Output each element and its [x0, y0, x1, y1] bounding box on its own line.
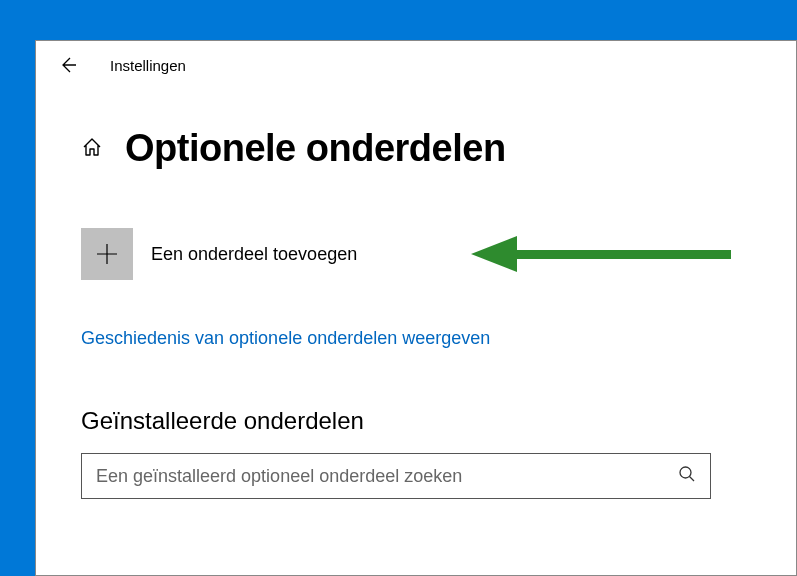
- titlebar: Instellingen: [36, 41, 796, 89]
- plus-icon: [94, 241, 120, 267]
- annotation-arrow-icon: [471, 234, 731, 274]
- search-icon: [678, 465, 696, 487]
- add-feature-label: Een onderdeel toevoegen: [151, 244, 357, 265]
- svg-point-2: [680, 467, 691, 478]
- page-header: Optionele onderdelen: [36, 127, 796, 170]
- svg-line-3: [690, 477, 695, 482]
- svg-rect-0: [511, 250, 731, 259]
- search-box[interactable]: [81, 453, 711, 499]
- history-link[interactable]: Geschiedenis van optionele onderdelen we…: [81, 328, 490, 349]
- back-button[interactable]: [56, 53, 80, 77]
- home-icon[interactable]: [81, 136, 103, 162]
- svg-marker-1: [471, 236, 517, 272]
- app-title: Instellingen: [110, 57, 186, 74]
- settings-window: Instellingen Optionele onderdelen Een on…: [35, 40, 797, 576]
- add-feature-button[interactable]: [81, 228, 133, 280]
- page-title: Optionele onderdelen: [125, 127, 506, 170]
- installed-section-title: Geïnstalleerde onderdelen: [81, 407, 751, 435]
- back-arrow-icon: [58, 55, 78, 75]
- content-area: Een onderdeel toevoegen Geschiedenis van…: [36, 170, 796, 499]
- search-input[interactable]: [96, 466, 678, 487]
- add-feature-row[interactable]: Een onderdeel toevoegen: [81, 228, 751, 280]
